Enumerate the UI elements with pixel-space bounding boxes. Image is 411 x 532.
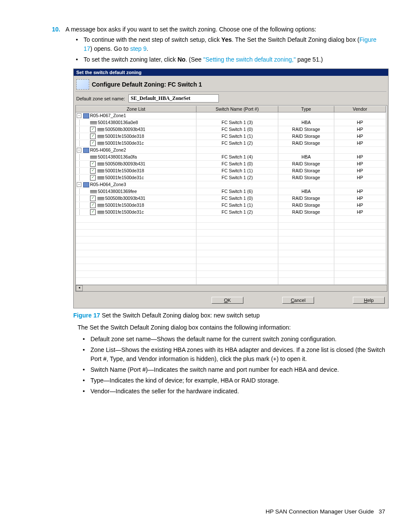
device-label: 500508b30093b431 bbox=[105, 126, 145, 133]
device-label: 500508b30093b431 bbox=[105, 195, 145, 202]
grid-row[interactable]: 5001438001369feeFC Switch 1 (6)HBAHP bbox=[76, 188, 387, 195]
zone-set-name-label: Default zone set name: bbox=[76, 96, 125, 101]
grid-row[interactable]: ✓ 50001fe1500de318FC Switch 1 (1)RAID St… bbox=[76, 168, 387, 174]
checkbox[interactable]: ✓ bbox=[90, 209, 96, 215]
cancel-button[interactable]: Cancel bbox=[282, 297, 314, 304]
cell-vendor bbox=[334, 181, 386, 188]
cell-switch bbox=[196, 147, 278, 154]
cell-vendor: HP bbox=[334, 161, 386, 168]
grid-row[interactable]: ✓ 500508b30093b431FC Switch 1 (0)RAID St… bbox=[76, 195, 387, 202]
dialog-description: The Set the Switch Default Zoning dialog… bbox=[78, 323, 385, 332]
col-type[interactable]: Type bbox=[278, 106, 334, 112]
storage-icon bbox=[97, 135, 104, 138]
grid-row[interactable]: ✓ 50001fe1500de318FC Switch 1 (1)RAID St… bbox=[76, 202, 387, 209]
storage-icon bbox=[97, 162, 104, 166]
cell-vendor: HP bbox=[334, 140, 386, 147]
cell-type: HBA bbox=[278, 188, 334, 195]
link-setting-default-zoning[interactable]: "Setting the switch default zoning," bbox=[203, 56, 296, 63]
zone-label: R05-H067_Zone1 bbox=[90, 112, 126, 119]
cell-type: RAID Storage bbox=[278, 202, 334, 209]
page-number: 37 bbox=[379, 508, 385, 515]
checkbox[interactable]: ✓ bbox=[90, 140, 96, 146]
text: . The Set the Switch Default Zoning dial… bbox=[232, 36, 359, 43]
cell-switch: FC Switch 1 (0) bbox=[196, 195, 278, 202]
checkbox[interactable]: ✓ bbox=[90, 196, 96, 201]
cell-type: RAID Storage bbox=[278, 168, 334, 174]
checkbox[interactable]: ✓ bbox=[90, 127, 96, 132]
info-item: Vendor—Indicates the seller for the hard… bbox=[83, 387, 385, 396]
expand-icon[interactable]: – bbox=[77, 148, 81, 152]
zone-grid: Zone List Switch Name (Port #) Type Vend… bbox=[75, 105, 387, 292]
col-zone-list[interactable]: Zone List bbox=[76, 106, 196, 112]
ok-button[interactable]: OK bbox=[212, 297, 243, 304]
figure-caption: Figure 17 Set the Switch Default Zoning … bbox=[73, 312, 385, 319]
device-label: 50001fe1500de31c bbox=[105, 140, 144, 146]
grid-row[interactable]: ✓ 50001fe1500de31cFC Switch 1 (2)RAID St… bbox=[76, 140, 387, 147]
grid-row[interactable]: – R05-H064_Zone3 bbox=[76, 181, 387, 188]
horizontal-scrollbar[interactable]: ◂ bbox=[76, 285, 387, 291]
zone-icon bbox=[83, 182, 89, 187]
text: To continue with the next step of switch… bbox=[84, 36, 221, 43]
step-10: 10. A message box asks if you want to se… bbox=[26, 25, 385, 34]
cell-switch: FC Switch 1 (1) bbox=[196, 168, 278, 174]
text: ) opens. Go to bbox=[90, 45, 131, 52]
grid-row[interactable]: – R05-H066_Zone2 bbox=[76, 147, 387, 154]
grid-row[interactable]: 500143800136a0faFC Switch 1 (4)HBAHP bbox=[76, 154, 387, 161]
checkbox[interactable]: ✓ bbox=[90, 161, 96, 167]
bold-yes: Yes bbox=[221, 36, 232, 43]
cell-vendor: HP bbox=[334, 133, 386, 140]
checkbox[interactable]: ✓ bbox=[90, 168, 96, 174]
cell-vendor bbox=[334, 112, 386, 119]
grid-row[interactable]: ✓ 500508b30093b431FC Switch 1 (0)RAID St… bbox=[76, 126, 387, 133]
col-vendor[interactable]: Vendor bbox=[334, 106, 386, 112]
cell-type: RAID Storage bbox=[278, 209, 334, 216]
dialog-info-list: Default zone set name—Shows the default … bbox=[83, 335, 385, 396]
expand-icon[interactable]: – bbox=[77, 113, 81, 118]
cell-switch: FC Switch 1 (2) bbox=[196, 140, 278, 147]
step-options: To continue with the next step of switch… bbox=[76, 35, 385, 64]
text: . (See bbox=[186, 56, 203, 63]
zone-set-name-input[interactable]: SE_Default_HBA_ZoneSet bbox=[128, 94, 219, 103]
cell-type: HBA bbox=[278, 119, 334, 126]
checkbox[interactable]: ✓ bbox=[90, 175, 96, 180]
cell-vendor: HP bbox=[334, 209, 386, 216]
mnemonic: H bbox=[364, 298, 367, 303]
info-item: Zone List—Shows the existing HBA zones w… bbox=[83, 345, 385, 364]
storage-icon bbox=[97, 197, 104, 200]
checkbox[interactable]: ✓ bbox=[90, 134, 96, 139]
hba-icon bbox=[90, 156, 97, 159]
zone-icon bbox=[83, 148, 89, 153]
grid-row[interactable]: 500143800136a0e8FC Switch 1 (3)HBAHP bbox=[76, 119, 387, 126]
grid-row[interactable]: ✓ 50001fe1500de31cFC Switch 1 (2)RAID St… bbox=[76, 174, 387, 181]
grid-row[interactable]: ✓ 50001fe1500de31cFC Switch 1 (2)RAID St… bbox=[76, 209, 387, 216]
grid-row[interactable]: ✓ 50001fe1500de318FC Switch 1 (1)RAID St… bbox=[76, 133, 387, 140]
cell-type: RAID Storage bbox=[278, 140, 334, 147]
col-switch-name[interactable]: Switch Name (Port #) bbox=[196, 106, 278, 112]
figure-text: Set the Switch Default Zoning dialog box… bbox=[100, 312, 259, 319]
grid-row[interactable]: ✓ 500508b30093b431FC Switch 1 (0)RAID St… bbox=[76, 161, 387, 168]
expand-icon[interactable]: – bbox=[77, 182, 81, 187]
tree-indent bbox=[79, 134, 88, 139]
cell-type: RAID Storage bbox=[278, 174, 334, 181]
page-footer: HP SAN Connection Manager User Guide 37 bbox=[266, 508, 385, 515]
cell-switch: FC Switch 1 (1) bbox=[196, 133, 278, 140]
scroll-left-icon[interactable]: ◂ bbox=[76, 285, 83, 291]
link-step-9[interactable]: step 9 bbox=[130, 45, 146, 52]
checkbox[interactable]: ✓ bbox=[90, 202, 96, 208]
step-number: 10. bbox=[26, 25, 65, 34]
device-label: 5001438001369fee bbox=[98, 188, 137, 195]
tree-indent bbox=[79, 196, 88, 201]
grid-row-empty bbox=[76, 264, 387, 271]
help-button[interactable]: Help bbox=[353, 297, 385, 304]
cell-switch: FC Switch 1 (3) bbox=[196, 119, 278, 126]
cell-switch bbox=[196, 181, 278, 188]
tree-indent bbox=[79, 209, 88, 215]
device-label: 50001fe1500de31c bbox=[105, 174, 144, 181]
dialog-header: Configure Default Zoning: FC Switch 1 bbox=[75, 78, 386, 92]
grid-row-empty bbox=[76, 257, 387, 264]
cell-switch: FC Switch 1 (2) bbox=[196, 209, 278, 216]
figure-number: Figure 17 bbox=[73, 312, 100, 319]
storage-icon bbox=[97, 176, 104, 180]
zone-label: R05-H066_Zone2 bbox=[90, 147, 126, 153]
grid-row[interactable]: – R05-H067_Zone1 bbox=[76, 112, 387, 119]
